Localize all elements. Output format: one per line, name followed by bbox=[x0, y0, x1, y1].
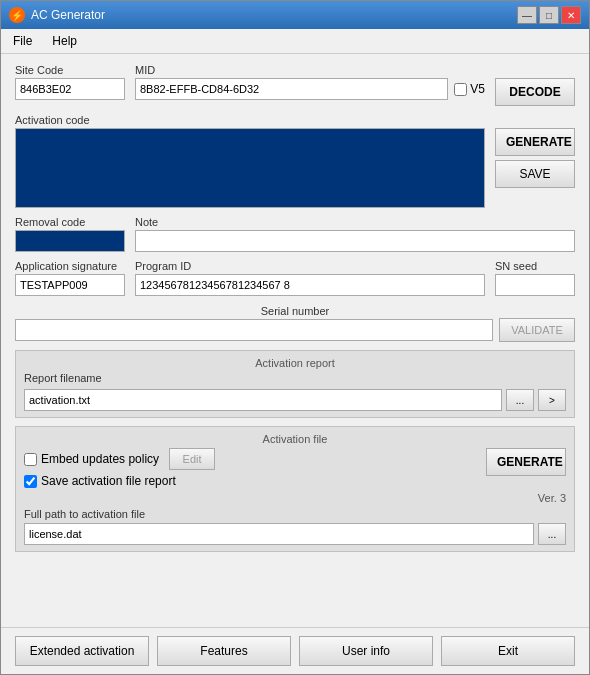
exit-button[interactable]: Exit bbox=[441, 636, 575, 666]
activation-report-title: Activation report bbox=[24, 357, 566, 369]
menu-file[interactable]: File bbox=[9, 32, 36, 50]
site-code-col: Site Code bbox=[15, 64, 125, 100]
mid-label: MID bbox=[135, 64, 485, 76]
title-bar-left: ⚡ AC Generator bbox=[9, 7, 105, 23]
menu-help[interactable]: Help bbox=[48, 32, 81, 50]
generate-save-col: GENERATE SAVE bbox=[495, 128, 575, 188]
extended-activation-button[interactable]: Extended activation bbox=[15, 636, 149, 666]
title-bar: ⚡ AC Generator — □ ✕ bbox=[1, 1, 589, 29]
sn-seed-input[interactable] bbox=[495, 274, 575, 296]
embed-updates-row: Embed updates policy Edit bbox=[24, 448, 215, 470]
save-report-label: Save activation file report bbox=[41, 474, 176, 488]
removal-code-field[interactable] bbox=[15, 230, 125, 252]
sn-seed-label: SN seed bbox=[495, 260, 575, 272]
activation-code-col: Activation code bbox=[15, 114, 485, 208]
embed-updates-label: Embed updates policy bbox=[41, 452, 159, 466]
decode-col: DECODE bbox=[495, 78, 575, 106]
menu-bar: File Help bbox=[1, 29, 589, 54]
save-report-checkbox[interactable] bbox=[24, 475, 37, 488]
edit-button[interactable]: Edit bbox=[169, 448, 215, 470]
mid-col: MID V5 bbox=[135, 64, 485, 100]
removal-note-row: Removal code Note bbox=[15, 216, 575, 252]
sn-seed-col: SN seed bbox=[495, 260, 575, 296]
title-controls: — □ ✕ bbox=[517, 6, 581, 24]
activation-file-section: Activation file Embed updates policy Edi… bbox=[15, 426, 575, 552]
main-content: Site Code MID V5 DECODE Activatio bbox=[1, 54, 589, 627]
app-sig-label: Application signature bbox=[15, 260, 125, 272]
removal-code-label: Removal code bbox=[15, 216, 125, 228]
bottom-buttons: Extended activation Features User info E… bbox=[1, 627, 589, 674]
main-window: ⚡ AC Generator — □ ✕ File Help Site Code… bbox=[0, 0, 590, 675]
save-button[interactable]: SAVE bbox=[495, 160, 575, 188]
v5-label: V5 bbox=[470, 82, 485, 96]
window-title: AC Generator bbox=[31, 8, 105, 22]
site-mid-row: Site Code MID V5 DECODE bbox=[15, 64, 575, 106]
note-col: Note bbox=[135, 216, 575, 252]
program-id-label: Program ID bbox=[135, 260, 485, 272]
site-code-input[interactable] bbox=[15, 78, 125, 100]
full-path-label: Full path to activation file bbox=[24, 508, 145, 520]
app-sig-col: Application signature bbox=[15, 260, 125, 296]
program-id-col: Program ID bbox=[135, 260, 485, 296]
generate-button[interactable]: GENERATE bbox=[495, 128, 575, 156]
activation-code-area[interactable] bbox=[15, 128, 485, 208]
activation-file-title: Activation file bbox=[24, 433, 566, 445]
removal-code-col: Removal code bbox=[15, 216, 125, 252]
mid-input[interactable] bbox=[135, 78, 448, 100]
close-button[interactable]: ✕ bbox=[561, 6, 581, 24]
app-sig-input[interactable] bbox=[15, 274, 125, 296]
user-info-button[interactable]: User info bbox=[299, 636, 433, 666]
embed-updates-checkbox[interactable] bbox=[24, 453, 37, 466]
note-label: Note bbox=[135, 216, 575, 228]
activation-file-generate-button[interactable]: GENERATE bbox=[486, 448, 566, 476]
minimize-button[interactable]: — bbox=[517, 6, 537, 24]
serial-number-col: Serial number VALIDATE bbox=[15, 304, 575, 342]
app-sig-row: Application signature Program ID SN seed bbox=[15, 260, 575, 296]
maximize-button[interactable]: □ bbox=[539, 6, 559, 24]
validate-button[interactable]: VALIDATE bbox=[499, 318, 575, 342]
serial-number-input[interactable] bbox=[15, 319, 493, 341]
activation-code-label: Activation code bbox=[15, 114, 485, 126]
v5-checkbox[interactable] bbox=[454, 83, 467, 96]
full-path-input[interactable] bbox=[24, 523, 534, 545]
decode-button[interactable]: DECODE bbox=[495, 78, 575, 106]
program-id-input[interactable] bbox=[135, 274, 485, 296]
serial-number-label: Serial number bbox=[261, 305, 329, 317]
full-path-browse-button[interactable]: ... bbox=[538, 523, 566, 545]
note-input[interactable] bbox=[135, 230, 575, 252]
report-filename-label: Report filename bbox=[24, 372, 566, 384]
activation-code-row: Activation code GENERATE SAVE bbox=[15, 114, 575, 208]
version-label: Ver. 3 bbox=[538, 492, 566, 504]
report-filename-input[interactable] bbox=[24, 389, 502, 411]
save-report-row: Save activation file report bbox=[24, 474, 215, 488]
report-arrow-button[interactable]: > bbox=[538, 389, 566, 411]
activation-report-section: Activation report Report filename ... > bbox=[15, 350, 575, 418]
features-button[interactable]: Features bbox=[157, 636, 291, 666]
site-code-label: Site Code bbox=[15, 64, 125, 76]
serial-number-row: Serial number VALIDATE bbox=[15, 304, 575, 342]
app-icon: ⚡ bbox=[9, 7, 25, 23]
report-browse-button[interactable]: ... bbox=[506, 389, 534, 411]
